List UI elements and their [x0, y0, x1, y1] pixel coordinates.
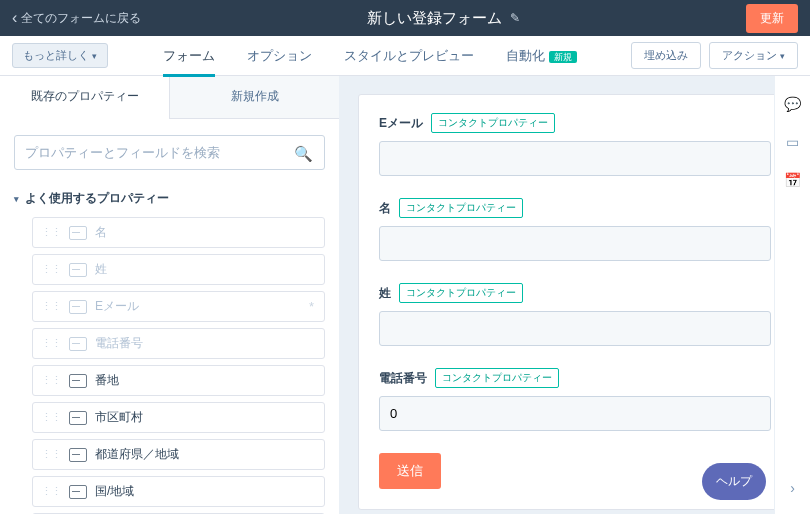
prop-item[interactable]: ⋮⋮姓 [32, 254, 325, 285]
drag-icon: ⋮⋮ [41, 300, 61, 313]
field-label: 名 [379, 200, 391, 217]
prop-item[interactable]: ⋮⋮番地 [32, 365, 325, 396]
form-field-lastname[interactable]: 姓コンタクトプロパティー [379, 283, 771, 346]
action-dropdown[interactable]: アクション [709, 42, 798, 69]
form-canvas: Eメールコンタクトプロパティー 名コンタクトプロパティー 姓コンタクトプロパティ… [340, 76, 810, 514]
prop-label: 姓 [95, 261, 107, 278]
tab-automation[interactable]: 自動化新規 [506, 36, 577, 76]
drag-icon: ⋮⋮ [41, 337, 61, 350]
submit-button[interactable]: 送信 [379, 453, 441, 489]
form-field-phone[interactable]: 電話番号コンタクトプロパティー [379, 368, 771, 431]
field-input[interactable] [379, 226, 771, 261]
update-button[interactable]: 更新 [746, 4, 798, 33]
required-star-icon: * [309, 299, 314, 314]
group-frequently-used[interactable]: よく使用するプロパティー [0, 180, 339, 217]
property-tag: コンタクトプロパティー [399, 198, 523, 218]
form-field-email[interactable]: Eメールコンタクトプロパティー [379, 113, 771, 176]
prop-label: 名 [95, 224, 107, 241]
property-tag: コンタクトプロパティー [431, 113, 555, 133]
subtab-create[interactable]: 新規作成 [169, 76, 339, 119]
prop-item[interactable]: ⋮⋮名 [32, 217, 325, 248]
drag-icon: ⋮⋮ [41, 448, 61, 461]
prop-item[interactable]: ⋮⋮Eメール* [32, 291, 325, 322]
new-badge: 新規 [549, 51, 577, 63]
field-label: Eメール [379, 115, 423, 132]
prop-label: 電話番号 [95, 335, 143, 352]
prop-item[interactable]: ⋮⋮都道府県／地域 [32, 439, 325, 470]
drag-icon: ⋮⋮ [41, 411, 61, 424]
chat-icon[interactable]: 💬 [784, 96, 801, 112]
field-input[interactable] [379, 141, 771, 176]
drag-icon: ⋮⋮ [41, 485, 61, 498]
prop-label: 市区町村 [95, 409, 143, 426]
property-tag: コンタクトプロパティー [435, 368, 559, 388]
field-icon [69, 226, 87, 240]
search-input[interactable] [14, 135, 325, 170]
subtab-existing[interactable]: 既存のプロパティー [0, 76, 169, 119]
field-icon [69, 448, 87, 462]
help-button[interactable]: ヘルプ [702, 463, 766, 500]
prop-label: 番地 [95, 372, 119, 389]
chevron-right-icon[interactable]: › [790, 480, 795, 496]
field-label: 姓 [379, 285, 391, 302]
prop-label: Eメール [95, 298, 139, 315]
field-icon [69, 337, 87, 351]
properties-panel: 既存のプロパティー 新規作成 🔍 よく使用するプロパティー ⋮⋮名 ⋮⋮姓 ⋮⋮… [0, 76, 340, 514]
drag-icon: ⋮⋮ [41, 226, 61, 239]
drag-icon: ⋮⋮ [41, 263, 61, 276]
prop-item[interactable]: ⋮⋮電話番号 [32, 328, 325, 359]
right-rail: 💬 ▭ 📅 › [774, 76, 810, 514]
field-icon [69, 485, 87, 499]
property-tag: コンタクトプロパティー [399, 283, 523, 303]
tab-form[interactable]: フォーム [163, 36, 215, 76]
field-icon [69, 263, 87, 277]
prop-item[interactable]: ⋮⋮市区町村 [32, 402, 325, 433]
prop-label: 国/地域 [95, 483, 134, 500]
embed-button[interactable]: 埋め込み [631, 42, 701, 69]
page-title: 新しい登録フォーム [367, 9, 502, 28]
detail-dropdown[interactable]: もっと詳しく [12, 43, 108, 68]
drag-icon: ⋮⋮ [41, 374, 61, 387]
field-icon [69, 411, 87, 425]
field-icon [69, 374, 87, 388]
prop-item[interactable]: ⋮⋮国/地域 [32, 476, 325, 507]
prop-label: 都道府県／地域 [95, 446, 179, 463]
back-link[interactable]: 全てのフォームに戻る [12, 9, 141, 27]
field-input[interactable] [379, 396, 771, 431]
calendar-icon[interactable]: 📅 [784, 172, 801, 188]
comment-icon[interactable]: ▭ [786, 134, 799, 150]
tab-style-preview[interactable]: スタイルとプレビュー [344, 36, 474, 76]
form-field-firstname[interactable]: 名コンタクトプロパティー [379, 198, 771, 261]
search-icon[interactable]: 🔍 [294, 145, 313, 163]
field-icon [69, 300, 87, 314]
field-input[interactable] [379, 311, 771, 346]
pencil-icon[interactable]: ✎ [510, 11, 520, 25]
tab-options[interactable]: オプション [247, 36, 312, 76]
field-label: 電話番号 [379, 370, 427, 387]
